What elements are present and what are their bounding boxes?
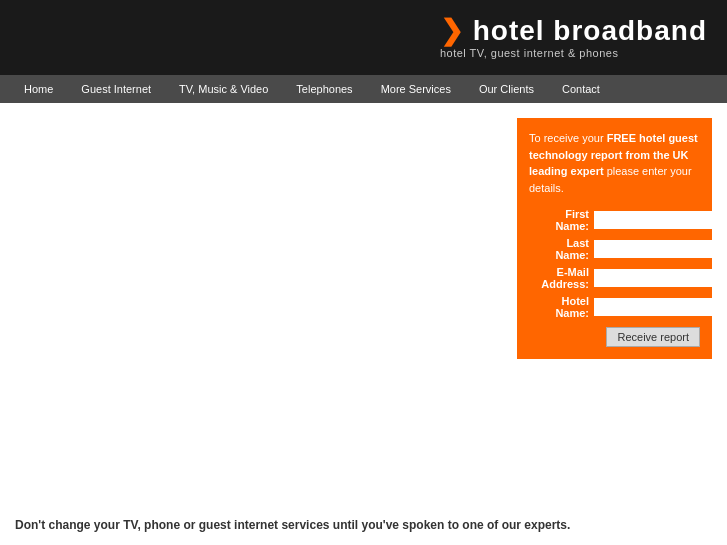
nav-home[interactable]: Home xyxy=(10,75,67,103)
last-name-label: LastName: xyxy=(529,237,594,261)
submit-row: Receive report xyxy=(529,327,700,347)
logo-title: ❯ hotel broadband xyxy=(440,16,707,47)
right-panel: To receive your FREE hotel guest technol… xyxy=(517,118,712,488)
nav-our-clients[interactable]: Our Clients xyxy=(465,75,548,103)
receive-report-button[interactable]: Receive report xyxy=(606,327,700,347)
nav-guest-internet[interactable]: Guest Internet xyxy=(67,75,165,103)
nav-contact[interactable]: Contact xyxy=(548,75,614,103)
first-name-input[interactable] xyxy=(594,211,727,229)
last-name-input[interactable] xyxy=(594,240,727,258)
hotel-name-input[interactable] xyxy=(594,298,727,316)
form-intro-text: To receive your xyxy=(529,132,607,144)
logo-arrow: ❯ xyxy=(440,15,464,46)
first-name-label: FirstName: xyxy=(529,208,594,232)
header: ❯ hotel broadband hotel TV, guest intern… xyxy=(0,0,727,75)
nav-tv-music-video[interactable]: TV, Music & Video xyxy=(165,75,282,103)
form-box: To receive your FREE hotel guest technol… xyxy=(517,118,712,359)
main-content: To receive your FREE hotel guest technol… xyxy=(0,103,727,503)
navbar: Home Guest Internet TV, Music & Video Te… xyxy=(0,75,727,103)
last-name-row: LastName: xyxy=(529,237,700,261)
email-input[interactable] xyxy=(594,269,727,287)
bottom-text: Don't change your TV, phone or guest int… xyxy=(0,503,727,545)
logo-subtitle: hotel TV, guest internet & phones xyxy=(440,47,619,59)
first-name-row: FirstName: xyxy=(529,208,700,232)
form-intro: To receive your FREE hotel guest technol… xyxy=(529,130,700,196)
nav-telephones[interactable]: Telephones xyxy=(282,75,366,103)
nav-more-services[interactable]: More Services xyxy=(367,75,465,103)
hotel-name-row: HotelName: xyxy=(529,295,700,319)
email-label: E-MailAddress: xyxy=(529,266,594,290)
left-content xyxy=(15,118,517,488)
email-row: E-MailAddress: xyxy=(529,266,700,290)
hotel-name-label: HotelName: xyxy=(529,295,594,319)
logo-area: ❯ hotel broadband hotel TV, guest intern… xyxy=(440,16,707,59)
